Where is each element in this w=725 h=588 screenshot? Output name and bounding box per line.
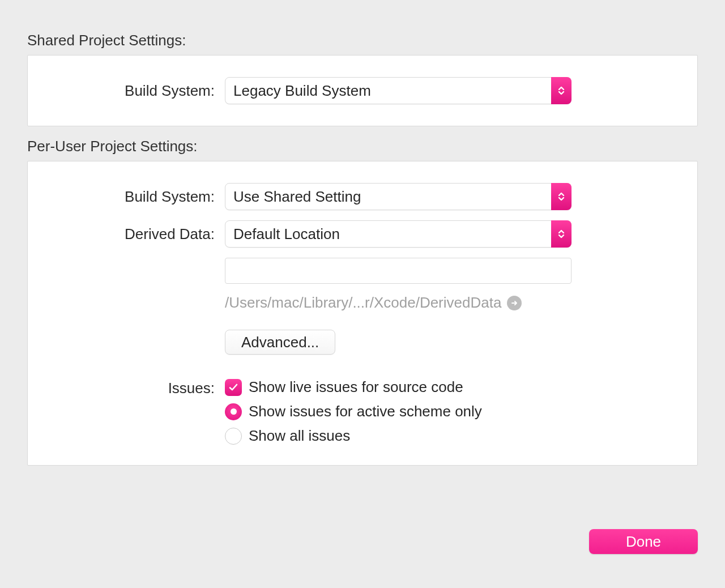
per-user-settings-panel: Build System: Use Shared Setting Derived… xyxy=(27,161,698,466)
select-stepper-icon xyxy=(551,77,572,104)
per-user-settings-title: Per-User Project Settings: xyxy=(27,138,698,155)
per-user-build-system-value: Use Shared Setting xyxy=(225,183,572,210)
select-stepper-icon xyxy=(551,183,572,210)
per-user-build-system-row: Build System: Use Shared Setting xyxy=(55,183,670,210)
per-user-build-system-label: Build System: xyxy=(55,188,225,206)
shared-build-system-value: Legacy Build System xyxy=(225,77,572,104)
derived-data-label: Derived Data: xyxy=(55,225,225,243)
per-user-build-system-select[interactable]: Use Shared Setting xyxy=(225,183,572,210)
issues-radio-active-scheme-label: Show issues for active scheme only xyxy=(249,403,482,420)
done-button[interactable]: Done xyxy=(589,529,698,554)
derived-data-resolved-path: /Users/mac/Library/...r/Xcode/DerivedDat… xyxy=(225,294,501,312)
live-issues-checkbox-row[interactable]: Show live issues for source code xyxy=(225,378,572,396)
checkbox-checked-icon xyxy=(225,379,242,396)
derived-data-resolved-path-row: /Users/mac/Library/...r/Xcode/DerivedDat… xyxy=(55,294,670,322)
issues-radio-all[interactable]: Show all issues xyxy=(225,427,572,445)
advanced-button-row: Advanced... xyxy=(55,330,670,355)
shared-settings-title: Shared Project Settings: xyxy=(27,32,698,49)
derived-data-select[interactable]: Default Location xyxy=(225,220,572,248)
live-issues-label: Show live issues for source code xyxy=(249,378,463,396)
reveal-in-finder-icon[interactable] xyxy=(507,296,522,310)
issues-radio-all-label: Show all issues xyxy=(249,427,350,445)
select-stepper-icon xyxy=(551,220,572,248)
derived-data-value: Default Location xyxy=(225,220,572,248)
shared-build-system-label: Build System: xyxy=(55,82,225,100)
derived-data-row: Derived Data: Default Location xyxy=(55,220,670,248)
issues-row: Issues: Show live issues for source code… xyxy=(55,375,670,445)
advanced-button[interactable]: Advanced... xyxy=(225,330,335,355)
shared-build-system-row: Build System: Legacy Build System xyxy=(55,77,670,104)
shared-settings-panel: Build System: Legacy Build System xyxy=(27,55,698,126)
shared-build-system-select[interactable]: Legacy Build System xyxy=(225,77,572,104)
radio-unselected-icon xyxy=(225,428,242,445)
issues-label: Issues: xyxy=(55,378,225,397)
radio-selected-icon xyxy=(225,403,242,420)
derived-data-path-input-row xyxy=(55,258,670,284)
derived-data-custom-path-input[interactable] xyxy=(225,258,572,284)
issues-radio-active-scheme[interactable]: Show issues for active scheme only xyxy=(225,403,572,420)
